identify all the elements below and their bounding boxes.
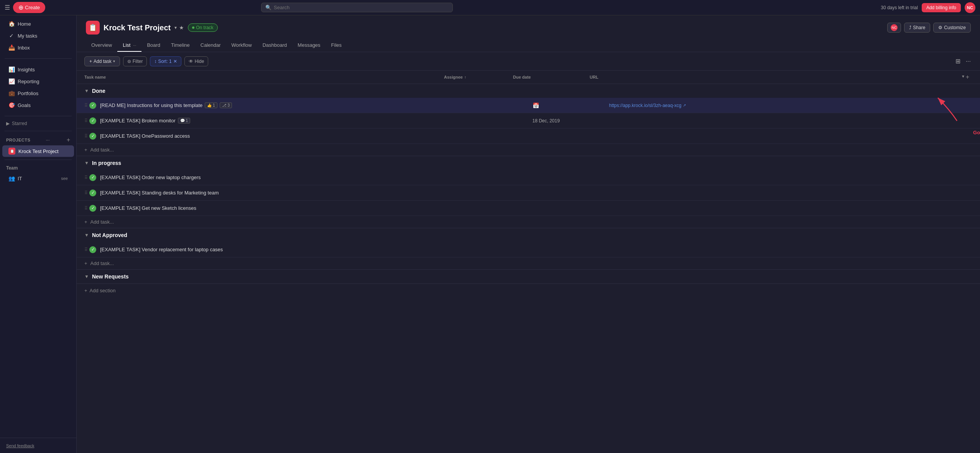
projects-more-icon[interactable]: ··· <box>46 137 49 143</box>
external-link-icon[interactable]: ↗ <box>683 103 686 107</box>
section-done-collapse[interactable]: ▼ <box>84 88 89 94</box>
sidebar-item-reporting[interactable]: 📈 Reporting <box>2 76 74 87</box>
assignee-sort-icon[interactable]: ↑ <box>464 75 466 79</box>
project-header: 📋 Krock Test Project ▾ ★ On track NC ⤴ <box>77 15 980 52</box>
sidebar-item-home[interactable]: 🏠 Home <box>2 18 74 30</box>
tab-timeline[interactable]: Timeline <box>166 39 195 52</box>
task-name[interactable]: [EXAMPLE TASK] Standing desks for Market… <box>100 190 460 196</box>
task-name[interactable]: [EXAMPLE TASK] Broken monitor 💬 1 <box>100 118 460 124</box>
tab-files[interactable]: Files <box>326 39 347 52</box>
section-not-approved-collapse[interactable]: ▼ <box>84 232 89 238</box>
sidebar-item-insights[interactable]: 📊 Insights <box>2 64 74 75</box>
create-button[interactable]: ⊕ Create <box>13 2 45 13</box>
sidebar-item-goals[interactable]: 🎯 Goals <box>2 99 74 111</box>
tab-list[interactable]: List ··· <box>117 39 141 52</box>
calendar-icon[interactable]: 📅 <box>533 102 539 109</box>
sort-clear-button[interactable]: ✕ <box>173 59 177 64</box>
hide-button[interactable]: 👁 Hide <box>184 56 209 66</box>
add-task-not-approved-row[interactable]: + Add task... <box>77 257 980 269</box>
unstar-button[interactable]: ★ <box>179 25 184 31</box>
task-name[interactable]: [EXAMPLE TASK] Get new Sketch licenses <box>100 205 460 211</box>
customize-button[interactable]: ⚙ Customize <box>933 23 971 33</box>
add-task-done-row[interactable]: + Add task... <box>77 144 980 156</box>
add-project-icon[interactable]: + <box>67 137 70 143</box>
share-icon: ⤴ <box>909 25 911 30</box>
list-more-icon[interactable]: ··· <box>133 43 136 48</box>
user-avatar-button[interactable]: NC <box>887 23 901 33</box>
sort-button[interactable]: ↕ Sort: 1 ✕ <box>150 56 181 66</box>
section-done-header[interactable]: ▼ Done <box>77 84 980 98</box>
filter-button[interactable]: ⊜ Filter <box>123 56 147 66</box>
drag-handle[interactable]: ⠿ <box>84 247 88 252</box>
tab-messages[interactable]: Messages <box>292 39 326 52</box>
section-not-approved-header[interactable]: ▼ Not Approved <box>77 228 980 242</box>
billing-button[interactable]: Add billing info <box>922 3 961 12</box>
table-row[interactable]: ⠿ ✓ [EXAMPLE TASK] Broken monitor 💬 1 18… <box>77 113 980 128</box>
sidebar-footer: Send feedback <box>0 438 76 453</box>
task-complete-icon[interactable]: ✓ <box>89 133 96 140</box>
task-complete-icon[interactable]: ✓ <box>89 174 96 181</box>
tab-overview[interactable]: Overview <box>86 39 117 52</box>
save-view-button[interactable]: ⊞ <box>954 56 962 66</box>
tab-calendar[interactable]: Calendar <box>195 39 226 52</box>
sidebar-item-my-tasks[interactable]: ✓ My tasks <box>2 30 74 41</box>
task-complete-icon[interactable]: ✓ <box>89 102 96 109</box>
sidebar-starred-header[interactable]: ▶ Starred <box>0 119 76 128</box>
section-in-progress-header[interactable]: ▼ In progress <box>77 156 980 170</box>
task-name[interactable]: [EXAMPLE TASK] OnePassword access <box>100 133 460 139</box>
search-input[interactable] <box>274 5 449 10</box>
table-row[interactable]: ⠿ ✓ [READ ME] Instructions for using thi… <box>77 98 980 113</box>
expand-icon[interactable]: ▾ <box>174 25 177 30</box>
sidebar-divider-1 <box>5 58 72 59</box>
task-complete-icon[interactable]: ✓ <box>89 189 96 196</box>
add-task-button[interactable]: + Add task ▾ <box>84 56 120 66</box>
drag-handle[interactable]: ⠿ <box>84 175 88 180</box>
table-row[interactable]: ⠿ ✓ [EXAMPLE TASK] Standing desks for Ma… <box>77 185 980 201</box>
section-in-progress: ▼ In progress ⠿ ✓ [EXAMPLE TASK] Order n… <box>77 156 980 228</box>
more-options-button[interactable]: ··· <box>964 56 972 66</box>
project-dot: 📋 <box>8 148 15 155</box>
task-name[interactable]: [EXAMPLE TASK] Order new laptop chargers <box>100 175 460 180</box>
section-in-progress-collapse[interactable]: ▼ <box>84 160 89 166</box>
drag-handle[interactable]: ⠿ <box>84 190 88 196</box>
section-new-requests-header[interactable]: ▼ New Requests <box>77 270 980 283</box>
task-due-date: 📅 <box>529 102 606 109</box>
team-see-label[interactable]: see <box>61 176 68 181</box>
sidebar-item-portfolios[interactable]: 💼 Portfolios <box>2 87 74 99</box>
task-complete-icon[interactable]: ✓ <box>89 246 96 253</box>
drag-handle[interactable]: ⠿ <box>84 133 88 139</box>
drag-handle[interactable]: ⠿ <box>84 206 88 211</box>
sidebar: 🏠 Home ✓ My tasks 📥 Inbox 📊 Insights 📈 R… <box>0 15 77 453</box>
team-icon: 👥 <box>8 175 15 181</box>
section-new-requests-collapse[interactable]: ▼ <box>84 274 89 279</box>
table-row[interactable]: ⠿ ✓ [EXAMPLE TASK] Get new Sketch licens… <box>77 201 980 216</box>
drag-handle[interactable]: ⠿ <box>84 118 88 124</box>
task-name[interactable]: [EXAMPLE TASK] Vendor replacement for la… <box>100 247 460 252</box>
menu-icon[interactable]: ☰ <box>5 4 10 11</box>
send-feedback-link[interactable]: Send feedback <box>6 443 34 448</box>
add-task-in-progress-row[interactable]: + Add task... <box>77 216 980 228</box>
add-section-button[interactable]: + Add section <box>77 284 980 297</box>
status-badge[interactable]: On track <box>188 23 217 32</box>
add-task-chevron[interactable]: ▾ <box>113 59 115 63</box>
drag-handle[interactable]: ⠿ <box>84 103 88 108</box>
table-row[interactable]: ⠿ ✓ [EXAMPLE TASK] Order new laptop char… <box>77 170 980 185</box>
task-complete-icon[interactable]: ✓ <box>89 205 96 212</box>
tab-board[interactable]: Board <box>141 39 166 52</box>
table-row[interactable]: ⠿ ✓ [EXAMPLE TASK] OnePassword access <box>77 128 980 144</box>
task-complete-icon[interactable]: ✓ <box>89 117 96 124</box>
project-title-row: 📋 Krock Test Project ▾ ★ On track NC ⤴ <box>86 21 971 35</box>
tab-workflow[interactable]: Workflow <box>226 39 257 52</box>
table-row[interactable]: ⠿ ✓ [EXAMPLE TASK] Vendor replacement fo… <box>77 242 980 257</box>
sidebar-item-inbox[interactable]: 📥 Inbox <box>2 42 74 53</box>
task-name[interactable]: [READ ME] Instructions for using this te… <box>100 102 460 108</box>
sidebar-item-it[interactable]: 👥 IT see <box>2 173 74 184</box>
tab-dashboard[interactable]: Dashboard <box>257 39 293 52</box>
add-field-button[interactable]: + <box>966 74 969 81</box>
avatar[interactable]: NC <box>965 2 975 13</box>
sidebar-project-item-krock[interactable]: 📋 Krock Test Project <box>2 145 74 157</box>
col-due-date: Due date <box>510 72 587 82</box>
search-bar[interactable]: 🔍 <box>261 3 453 12</box>
share-button[interactable]: ⤴ Share <box>904 23 930 33</box>
task-url[interactable]: https://app.krock.io/sl/3zh-aeaq-xcg ↗ V… <box>606 103 973 108</box>
